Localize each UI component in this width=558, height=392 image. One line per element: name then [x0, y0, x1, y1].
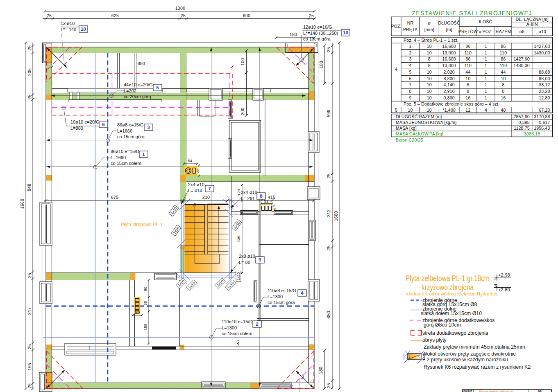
- svg-text:110: 110: [465, 63, 472, 68]
- svg-text:10: 10: [427, 89, 432, 94]
- svg-text:44: 44: [501, 70, 506, 74]
- svg-text:7: 7: [208, 186, 211, 191]
- svg-text:12: 12: [465, 108, 470, 113]
- svg-text:7: 7: [409, 82, 411, 87]
- svg-text:317: 317: [27, 307, 32, 315]
- svg-text:44ø10 e=20/G: 44ø10 e=20/G: [124, 82, 153, 87]
- svg-text:POZ.: POZ.: [391, 24, 401, 29]
- svg-text:880: 880: [138, 61, 145, 66]
- svg-text:L=1300: L=1300: [222, 325, 237, 330]
- svg-text:Płyta stropowa PL-1: Płyta stropowa PL-1: [121, 221, 163, 228]
- svg-text:Płyta żelbetowa PL-1 gr.18cm: Płyta żelbetowa PL-1 gr.18cm: [406, 273, 490, 283]
- svg-text:L= 291: L= 291: [241, 196, 255, 201]
- svg-text:L=1660: L=1660: [111, 155, 126, 160]
- svg-text:10: 10: [81, 27, 86, 32]
- svg-text:MASA CAŁKOWITA [kg]: MASA CAŁKOWITA [kg]: [396, 131, 443, 136]
- svg-text:ø: ø: [428, 20, 431, 25]
- svg-text:10: 10: [408, 108, 413, 113]
- svg-text:25: 25: [326, 173, 331, 178]
- svg-text:5: 5: [409, 70, 411, 74]
- svg-text:88,00: 88,00: [539, 76, 550, 81]
- svg-text:598: 598: [326, 110, 331, 117]
- svg-text:5: 5: [156, 85, 159, 90]
- svg-text:557: 557: [236, 340, 240, 347]
- svg-text:1: 1: [142, 152, 145, 157]
- svg-text:86: 86: [465, 56, 470, 61]
- svg-text:1: 1: [485, 63, 487, 68]
- svg-text:1956,43: 1956,43: [534, 126, 550, 131]
- svg-text:110ø8 e=15/G: 110ø8 e=15/G: [268, 288, 296, 293]
- svg-text:0,395: 0,395: [519, 120, 530, 125]
- svg-text:co 15cm góra: co 15cm góra: [268, 300, 295, 305]
- svg-text:10: 10: [427, 95, 432, 100]
- svg-text:L=1660: L=1660: [117, 128, 132, 133]
- svg-text:100: 100: [240, 58, 245, 65]
- svg-text:Zakłady prętów minimum 45cm,o: Zakłady prętów minimum 45cm,otulina 25mm: [424, 344, 525, 350]
- svg-text:848: 848: [27, 184, 32, 191]
- svg-text:3: 3: [409, 56, 411, 61]
- svg-text:3: 3: [147, 125, 150, 130]
- svg-text:86: 86: [501, 56, 506, 61]
- svg-text:625: 625: [111, 13, 119, 18]
- svg-text:16,600: 16,600: [442, 56, 456, 61]
- svg-text:6: 6: [102, 122, 104, 127]
- svg-text:ø10: ø10: [538, 29, 546, 34]
- svg-text:25: 25: [309, 13, 314, 18]
- svg-text:[mm]: [mm]: [424, 27, 434, 32]
- svg-text:6: 6: [409, 76, 411, 81]
- svg-text:L*=140 (30...250): L*=140 (30...250): [303, 31, 338, 36]
- svg-text:88,88: 88,88: [539, 70, 550, 74]
- svg-text:16: 16: [465, 95, 470, 100]
- svg-text:110: 110: [500, 63, 507, 68]
- svg-text:67,20: 67,20: [539, 108, 550, 113]
- svg-text:10ø10 e=20/G: 10ø10 e=20/G: [70, 119, 100, 124]
- svg-text:12ø10 e=10/G: 12ø10 e=10/G: [303, 25, 332, 29]
- svg-text:co 15cm górq: co 15cm górq: [117, 134, 145, 139]
- svg-text:25: 25: [27, 383, 32, 388]
- svg-text:+ 2 pręty ukośnie w każdym nar: + 2 pręty ukośnie w każdym narożniku: [422, 357, 508, 363]
- svg-text:10: 10: [427, 108, 432, 113]
- svg-text:25: 25: [27, 45, 32, 50]
- svg-text:DŁUGOŚĆ RAZEM [m]: DŁUGOŚĆ RAZEM [m]: [396, 114, 442, 119]
- svg-text:NR: NR: [538, 390, 542, 392]
- svg-text:co 15cm dołem: co 15cm dołem: [111, 161, 141, 166]
- svg-text:675: 675: [111, 195, 118, 200]
- svg-text:25: 25: [326, 383, 331, 388]
- svg-text:1427,60: 1427,60: [513, 56, 529, 61]
- svg-text:1300: 1300: [175, 6, 186, 11]
- svg-text:25: 25: [326, 246, 331, 250]
- svg-text:10: 10: [501, 76, 506, 81]
- svg-text:Budynek mieszkalny wielorodzin: Budynek mieszkalny wielorodzinny: [479, 390, 514, 392]
- svg-text:1: 1: [485, 82, 487, 87]
- svg-text:co 10cm góra: co 10cm góra: [303, 36, 331, 41]
- svg-text:44: 44: [465, 70, 470, 74]
- svg-text:1: 1: [485, 76, 487, 81]
- svg-text:Wokół otworów pręty zagęścić d: Wokół otworów pręty zagęścić dwukrotnie: [422, 351, 516, 357]
- svg-text:90: 90: [143, 286, 147, 291]
- svg-text:88: 88: [143, 301, 147, 305]
- svg-text:0,800: 0,800: [444, 95, 455, 100]
- svg-text:2857,60: 2857,60: [513, 114, 529, 119]
- svg-text:5: 5: [395, 108, 397, 113]
- svg-text:600: 600: [243, 13, 250, 18]
- svg-text:x POZ.: x POZ.: [479, 29, 493, 34]
- svg-text:L=1300: L=1300: [268, 294, 283, 299]
- svg-text:12,80: 12,80: [539, 95, 550, 100]
- svg-text:OBIEKT: OBIEKT: [463, 390, 472, 392]
- svg-text:25: 25: [47, 13, 52, 18]
- svg-text:obrys płyty: obrys płyty: [422, 337, 447, 343]
- svg-text:25: 25: [326, 47, 331, 52]
- svg-text:110: 110: [500, 50, 507, 55]
- svg-text:25: 25: [27, 95, 32, 99]
- svg-text:1430,00: 1430,00: [534, 50, 550, 55]
- svg-text:PRĘTÓW: PRĘTÓW: [458, 29, 478, 34]
- svg-text:86: 86: [465, 44, 470, 49]
- svg-text:krzyżowo zbrojona: krzyżowo zbrojona: [422, 282, 474, 292]
- svg-text:8: 8: [502, 89, 504, 94]
- svg-text:3085,18: 3085,18: [524, 131, 540, 136]
- svg-text:10: 10: [427, 76, 432, 81]
- svg-text:3170,88: 3170,88: [534, 114, 550, 119]
- svg-text:1: 1: [485, 95, 487, 100]
- svg-text:A-IIIN: A-IIIN: [526, 22, 538, 27]
- svg-text:NR: NR: [407, 20, 414, 25]
